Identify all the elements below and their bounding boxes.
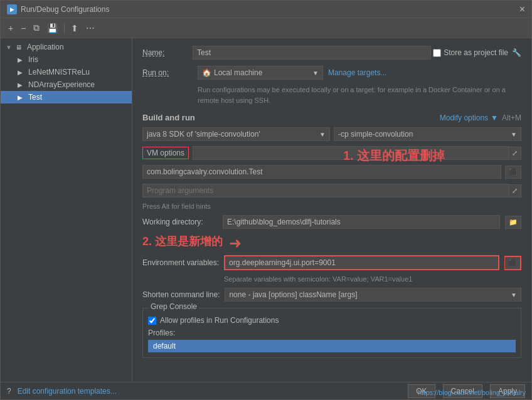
dialog-title: Run/Debug Configurations	[21, 5, 109, 14]
sdk-dropdown-arrow: ▼	[319, 131, 326, 138]
arrow-icon: ➜	[229, 234, 242, 252]
allow-profiles-row: Allow profiles in Run Configurations	[148, 316, 516, 325]
annotation-1: 1. 这里的配置删掉	[343, 147, 445, 164]
name-row: Name: Store as project file 🔧	[142, 46, 521, 60]
sidebar-item-lenet-label: LeNetMNISTReLu	[28, 68, 90, 76]
run-on-value: Local machine	[214, 68, 262, 77]
run-on-label: Run on:	[142, 68, 193, 77]
main-class-browse-btn[interactable]: ⬛	[505, 166, 521, 179]
store-project-icon: 🔧	[512, 48, 521, 57]
build-run-section-header: Build and run Modify options ▼ Alt+M	[142, 113, 521, 122]
name-label: Name:	[142, 48, 193, 57]
watermark: https://blog.csdn.net/boling_cavalry	[418, 389, 526, 396]
store-project-checkbox[interactable]	[433, 49, 441, 57]
name-input[interactable]	[193, 46, 431, 60]
copy-button[interactable]: ⧉	[31, 21, 42, 34]
shorten-dropdown-arrow: ▼	[511, 292, 517, 298]
program-args-row: ⤢	[142, 184, 521, 197]
sidebar-item-ndarray-label: NDArrayExperience	[28, 80, 95, 89]
hint-text: Press Alt for field hints	[142, 203, 521, 210]
env-var-label: Environment variables:	[142, 258, 219, 267]
shorten-label: Shorten command line:	[142, 290, 220, 299]
main-area: ▼ 🖥 Application ▶ Iris ▶ LeNetMNISTReLu …	[1, 38, 531, 382]
working-dir-label: Working directory:	[142, 218, 218, 226]
vm-options-expand-btn[interactable]: ⤢	[509, 147, 521, 160]
home-icon: 🏠	[202, 68, 211, 77]
move-up-button[interactable]: ⬆	[68, 22, 81, 34]
edit-templates-link[interactable]: Edit configuration templates...	[18, 387, 117, 396]
annotation-2: 2. 这里是新增的	[142, 234, 223, 249]
store-project-checkbox-label[interactable]: Store as project file	[433, 48, 508, 57]
test-icon: ▶	[16, 93, 24, 102]
modify-options-label: Modify options	[440, 113, 488, 122]
shorten-row: Shorten command line: none - java [optio…	[142, 288, 521, 302]
sidebar-item-test-label: Test	[28, 93, 42, 102]
allow-profiles-label: Allow profiles in Run Configurations	[160, 316, 279, 325]
profiles-label: Profiles:	[148, 329, 516, 337]
working-dir-browse-btn[interactable]: 📁	[505, 216, 521, 229]
program-args-input[interactable]	[142, 184, 509, 197]
profiles-section: Profiles: default	[148, 329, 516, 352]
working-dir-row: Working directory: 📁	[142, 215, 521, 229]
allow-profiles-checkbox[interactable]	[148, 317, 156, 325]
ndarray-icon: ▶	[16, 80, 24, 89]
shorten-dropdown[interactable]: none - java [options] className [args] ▼	[225, 288, 521, 302]
title-bar: ▶ Run/Debug Configurations ×	[1, 1, 531, 18]
env-hint: Separate variables with semicolon: VAR=v…	[142, 275, 521, 283]
run-on-row: Run on: 🏠 Local machine ▼ Manage targets…	[142, 66, 521, 80]
working-dir-input[interactable]	[223, 215, 500, 229]
sdk-value: java 8 SDK of 'simple-convolution'	[147, 130, 260, 139]
application-icon: 🖥	[14, 43, 23, 51]
grep-console-title-row: Grep Console	[148, 302, 516, 311]
sidebar-item-iris[interactable]: ▶ Iris	[1, 53, 132, 66]
content-area: Name: Store as project file 🔧 Run on: 🏠 …	[132, 38, 531, 382]
toolbar-separator	[64, 23, 65, 33]
title-bar-left: ▶ Run/Debug Configurations	[7, 4, 109, 14]
annotation-2-row: 2. 这里是新增的 ➜	[142, 234, 521, 253]
program-args-expand-btn[interactable]: ⤢	[509, 184, 521, 197]
grep-console-title: Grep Console	[148, 302, 200, 311]
classpath-dropdown[interactable]: -cp simple-convolution ▼	[334, 127, 521, 141]
vm-options-label: VM options	[142, 147, 189, 159]
manage-targets-link[interactable]: Manage targets...	[328, 68, 386, 77]
sidebar-group-application[interactable]: ▼ 🖥 Application	[1, 41, 132, 53]
more-button[interactable]: ⋯	[83, 22, 97, 34]
vm-options-row: VM options ⤢ 1. 这里的配置删掉	[142, 146, 521, 160]
classpath-value: -cp simple-convolution	[338, 130, 413, 139]
run-on-dropdown[interactable]: 🏠 Local machine ▼	[198, 66, 323, 80]
toolbar: + − ⧉ 💾 ⬆ ⋯	[1, 18, 531, 38]
env-var-input[interactable]	[224, 255, 499, 270]
profile-item-default[interactable]: default	[148, 340, 516, 352]
run-debug-dialog: ▶ Run/Debug Configurations × + − ⧉ 💾 ⬆ ⋯…	[0, 0, 532, 400]
dropdown-arrow-run-on: ▼	[312, 70, 319, 76]
build-run-title: Build and run	[142, 113, 195, 122]
add-button[interactable]: +	[6, 22, 16, 34]
close-button[interactable]: ×	[519, 4, 525, 14]
classpath-dropdown-arrow: ▼	[511, 131, 517, 138]
store-project-row: Store as project file 🔧	[433, 48, 521, 57]
modify-options-link[interactable]: Modify options ▼ Alt+M	[440, 113, 521, 122]
sidebar-item-ndarray[interactable]: ▶ NDArrayExperience	[1, 78, 132, 91]
store-project-label: Store as project file	[444, 48, 508, 57]
remove-button[interactable]: −	[18, 22, 28, 34]
program-args-field: ⤢	[142, 184, 521, 197]
sidebar-item-test[interactable]: ▶ Test	[1, 91, 132, 103]
sdk-dropdown[interactable]: java 8 SDK of 'simple-convolution' ▼	[142, 127, 330, 141]
info-text: Run configurations may be executed local…	[142, 85, 521, 105]
main-class-input[interactable]	[142, 165, 501, 179]
sidebar: ▼ 🖥 Application ▶ Iris ▶ LeNetMNISTReLu …	[1, 38, 132, 382]
sidebar-item-lenet[interactable]: ▶ LeNetMNISTReLu	[1, 66, 132, 78]
env-var-browse-btn[interactable]: ⬛	[504, 256, 521, 270]
main-class-row: ⬛	[142, 165, 521, 179]
shorten-value: none - java [options] className [args]	[229, 290, 357, 299]
iris-icon: ▶	[16, 55, 24, 64]
save-button[interactable]: 💾	[45, 22, 60, 34]
modify-options-shortcut: Alt+M	[502, 113, 521, 122]
sidebar-group-label: Application	[27, 43, 64, 51]
help-button[interactable]: ?	[7, 387, 11, 396]
expand-arrow: ▼	[6, 44, 12, 51]
bottom-left: ? Edit configuration templates...	[7, 387, 117, 396]
sdk-row: java 8 SDK of 'simple-convolution' ▼ -cp…	[142, 127, 521, 141]
grep-console-group: Grep Console Allow profiles in Run Confi…	[142, 308, 521, 358]
sidebar-item-iris-label: Iris	[28, 55, 38, 64]
